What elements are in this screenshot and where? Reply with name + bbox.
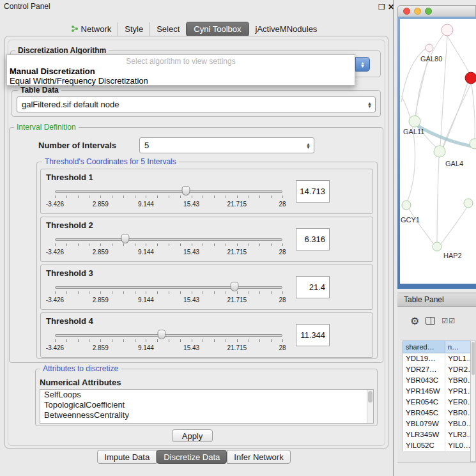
network-node[interactable] bbox=[434, 146, 445, 157]
tab-cyni-toolbox[interactable]: Cyni Toolbox bbox=[186, 22, 249, 36]
network-graph: GAL80 GAL11 GAL4 GCY1 HAP2 bbox=[400, 19, 476, 284]
network-node-label: HAP2 bbox=[443, 252, 462, 259]
network-node[interactable] bbox=[409, 116, 420, 127]
algorithm-combo-stepper[interactable]: ▲▼ bbox=[355, 57, 370, 72]
tab-discretize-data[interactable]: Discretize Data bbox=[157, 450, 227, 464]
mode-tab-bar: Impute Data Discretize Data Infer Networ… bbox=[0, 450, 388, 464]
tab-select[interactable]: Select bbox=[150, 22, 186, 36]
close-icon[interactable]: ✕ bbox=[388, 3, 394, 12]
number-of-intervals-combobox[interactable]: 5 ▲▼ bbox=[139, 137, 314, 153]
table-row[interactable]: YPR145WYPR1… bbox=[403, 386, 471, 397]
column-header-shared-name[interactable]: shared… bbox=[403, 341, 445, 353]
network-node-selected[interactable] bbox=[465, 72, 476, 84]
table-cell[interactable]: YBR0… bbox=[445, 408, 471, 418]
network-node[interactable] bbox=[402, 201, 411, 210]
slider-ticks bbox=[55, 339, 283, 342]
numerical-attributes-list[interactable]: SelfLoopsTopologicalCoefficientBetweenne… bbox=[40, 389, 374, 424]
apply-button[interactable]: Apply bbox=[172, 429, 213, 442]
float-window-icon[interactable]: ❒ bbox=[378, 3, 385, 12]
table-cell[interactable]: YLR3… bbox=[445, 429, 471, 440]
threshold-2-value-field[interactable]: 6.316 bbox=[296, 228, 330, 250]
tab-network[interactable]: Network bbox=[65, 22, 118, 36]
table-cell[interactable]: YDR2… bbox=[445, 364, 471, 375]
scrollbar-thumb[interactable] bbox=[472, 342, 475, 375]
slider-thumb[interactable] bbox=[158, 330, 166, 339]
scrollbar-thumb[interactable] bbox=[368, 391, 372, 403]
attributes-scrollbar[interactable] bbox=[367, 390, 373, 423]
tick-label: -3.426 bbox=[46, 249, 64, 256]
network-node-label: GAL4 bbox=[445, 160, 463, 167]
tab-label: Cyni Toolbox bbox=[194, 24, 241, 34]
tab-impute-data[interactable]: Impute Data bbox=[97, 450, 157, 464]
table-rows[interactable]: YDL19…YDL1…YDR27…YDR2…YBR043CYBR0…YPR145… bbox=[403, 353, 471, 451]
screen: Control Panel ❒ ✕ Network Style Select C… bbox=[0, 0, 476, 476]
table-row[interactable]: YDR27…YDR2… bbox=[403, 364, 471, 375]
network-node[interactable] bbox=[426, 44, 433, 52]
slider-track[interactable] bbox=[55, 286, 282, 289]
network-canvas[interactable]: GAL80 GAL11 GAL4 GCY1 HAP2 bbox=[400, 19, 476, 284]
table-cell[interactable]: YDR27… bbox=[403, 364, 445, 375]
table-row[interactable]: YBL079WYBL0… bbox=[403, 418, 471, 429]
table-row[interactable]: YBR045CYBR0… bbox=[403, 408, 471, 418]
table-cell[interactable]: YPR1… bbox=[445, 386, 471, 397]
threshold-3-box: Threshold 3 -3.4262.8599.14415.4321.7152… bbox=[40, 265, 373, 310]
threshold-2-box: Threshold 2 -3.4262.8599.14415.4321.7152… bbox=[40, 217, 373, 262]
slider-scale-labels: -3.4262.8599.14415.4321.71528 bbox=[55, 296, 282, 304]
slider-track[interactable] bbox=[55, 190, 282, 193]
table-cell[interactable]: YDL19… bbox=[403, 353, 445, 364]
network-node[interactable] bbox=[441, 24, 453, 36]
slider-thumb[interactable] bbox=[231, 282, 239, 291]
network-window-titlebar[interactable] bbox=[397, 5, 476, 17]
attribute-list-item[interactable]: TopologicalCoefficient bbox=[40, 400, 373, 410]
tick-label: 15.43 bbox=[183, 201, 199, 208]
attribute-list-item[interactable]: BetweennessCentrality bbox=[40, 410, 373, 420]
control-panel-window: Control Panel ❒ ✕ Network Style Select C… bbox=[0, 0, 394, 476]
gear-icon[interactable]: ⚙ bbox=[410, 315, 419, 327]
network-node[interactable] bbox=[464, 199, 473, 208]
tab-jactivemnodules[interactable]: jActiveMNodules bbox=[249, 22, 324, 36]
table-data-combobox[interactable]: galFiltered.sif default node ▲▼ bbox=[17, 96, 376, 112]
column-header-name[interactable]: n… bbox=[445, 341, 471, 353]
table-row[interactable]: YBR043CYBR0… bbox=[403, 375, 471, 386]
table-row[interactable]: YDL19…YDL1… bbox=[403, 353, 471, 364]
tick-label: 21.715 bbox=[227, 249, 247, 256]
table-row[interactable]: YLR345WYLR3… bbox=[403, 429, 471, 440]
tab-infer-network[interactable]: Infer Network bbox=[227, 450, 290, 464]
slider-track[interactable] bbox=[55, 238, 282, 241]
table-cell[interactable]: YIL0… bbox=[445, 440, 471, 451]
table-cell[interactable]: YIL052C bbox=[403, 440, 445, 451]
threshold-3-value-field[interactable]: 21.4 bbox=[296, 276, 330, 298]
tick-label: 28 bbox=[279, 201, 286, 208]
tab-style[interactable]: Style bbox=[118, 22, 150, 36]
table-cell[interactable]: YLR345W bbox=[403, 429, 445, 440]
table-row[interactable]: YIL052CYIL0… bbox=[403, 440, 471, 451]
threshold-1-value-field[interactable]: 14.713 bbox=[296, 180, 330, 203]
slider-thumb[interactable] bbox=[121, 234, 130, 243]
slider-thumb[interactable] bbox=[182, 186, 190, 196]
table-row[interactable]: YER054CYER0… bbox=[403, 397, 471, 408]
tick-label: 15.43 bbox=[183, 344, 199, 351]
slider-track[interactable] bbox=[55, 334, 282, 337]
algorithm-option-manual[interactable]: Manual Discretization bbox=[10, 66, 352, 76]
attribute-list-item[interactable]: SelfLoops bbox=[40, 390, 373, 400]
zoom-traffic-light-icon[interactable] bbox=[425, 8, 432, 15]
algorithm-option-equal-width[interactable]: Equal Width/Frequency Discretization bbox=[10, 76, 352, 86]
table-cell[interactable]: YBL079W bbox=[403, 418, 445, 429]
table-cell[interactable]: YDL1… bbox=[445, 353, 471, 364]
network-node-labels: GAL80 GAL11 GAL4 GCY1 HAP2 bbox=[401, 55, 463, 259]
table-cell[interactable]: YBR0… bbox=[445, 375, 471, 386]
minimize-traffic-light-icon[interactable] bbox=[414, 8, 421, 15]
network-node[interactable] bbox=[433, 242, 441, 251]
table-cell[interactable]: YBR045C bbox=[403, 408, 445, 418]
columns-icon[interactable] bbox=[426, 317, 435, 325]
select-columns-checkboxes-icon[interactable]: ☑☑ bbox=[441, 317, 456, 325]
table-cell[interactable]: YPR145W bbox=[403, 386, 445, 397]
close-traffic-light-icon[interactable] bbox=[403, 8, 410, 15]
table-cell[interactable]: YBL0… bbox=[445, 418, 471, 429]
table-scrollbar[interactable] bbox=[470, 341, 476, 462]
number-of-intervals-value: 5 bbox=[144, 141, 149, 150]
threshold-4-value-field[interactable]: 11.344 bbox=[296, 324, 330, 346]
table-cell[interactable]: YBR043C bbox=[403, 375, 445, 386]
table-cell[interactable]: YER054C bbox=[403, 397, 445, 408]
table-cell[interactable]: YER0… bbox=[445, 397, 471, 408]
